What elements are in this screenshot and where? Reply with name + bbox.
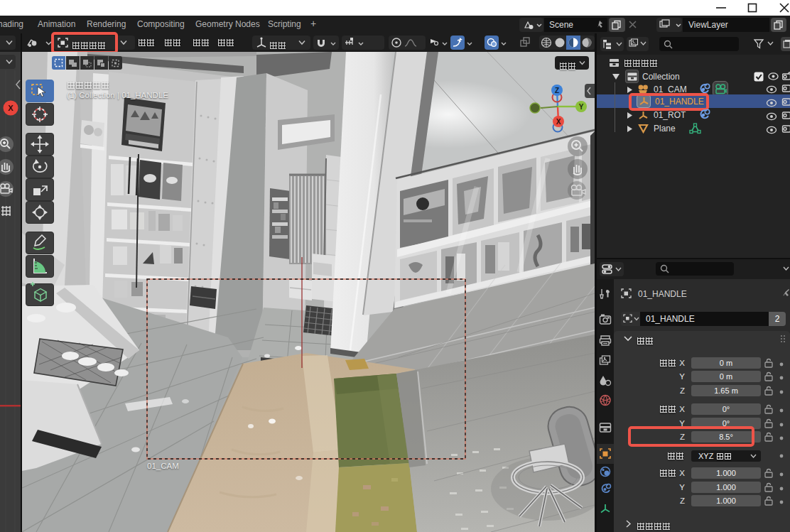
svg-text:Z: Z xyxy=(555,87,559,94)
svg-text:X: X xyxy=(556,118,561,126)
svg-text:X: X xyxy=(8,104,13,112)
svg-text:Y: Y xyxy=(579,103,584,111)
